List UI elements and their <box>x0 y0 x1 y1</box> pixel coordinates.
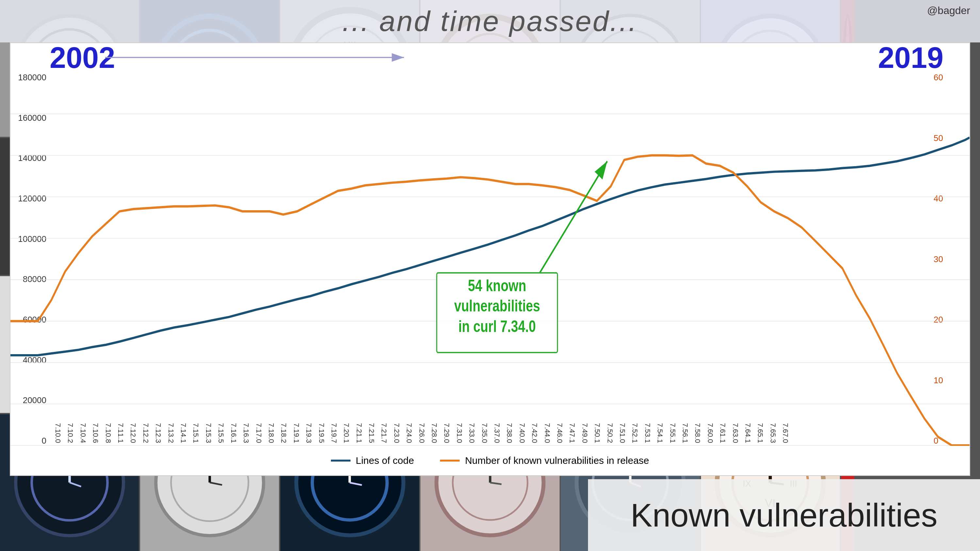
svg-text:7.54.1: 7.54.1 <box>656 423 664 443</box>
svg-text:7.49.0: 7.49.0 <box>581 423 589 443</box>
svg-text:7.21.5: 7.21.5 <box>368 423 375 443</box>
svg-text:7.51.0: 7.51.0 <box>618 423 627 443</box>
year-end-label: 2019 <box>878 41 943 75</box>
svg-text:7.65.3: 7.65.3 <box>769 423 777 443</box>
header-title: ... and time passed... <box>342 5 638 38</box>
svg-text:7.19.5: 7.19.5 <box>318 423 326 443</box>
svg-text:7.15.3: 7.15.3 <box>205 423 213 443</box>
svg-text:7.38.0: 7.38.0 <box>505 423 514 443</box>
main-chart: 2002 2019 180000 160000 140000 120000 10… <box>10 43 970 476</box>
svg-text:7.50.1: 7.50.1 <box>593 423 601 443</box>
svg-text:7.10.2: 7.10.2 <box>66 423 75 443</box>
legend-orange-label: Number of known vulnerabilities in relea… <box>465 455 649 466</box>
svg-text:7.42.0: 7.42.0 <box>530 423 539 443</box>
svg-text:7.46.0: 7.46.0 <box>556 423 564 443</box>
svg-text:7.10.4: 7.10.4 <box>79 423 87 443</box>
svg-text:7.47.1: 7.47.1 <box>568 423 576 443</box>
year-arrow <box>105 53 410 62</box>
svg-text:7.50.2: 7.50.2 <box>606 423 614 443</box>
svg-text:7.18.0: 7.18.0 <box>267 423 275 443</box>
svg-text:7.12.3: 7.12.3 <box>154 423 162 443</box>
svg-text:7.52.1: 7.52.1 <box>631 423 639 443</box>
svg-text:7.13.2: 7.13.2 <box>167 423 175 443</box>
svg-line-131 <box>540 161 607 273</box>
svg-text:7.19.7: 7.19.7 <box>330 423 338 443</box>
svg-text:7.10.6: 7.10.6 <box>91 423 100 443</box>
svg-text:7.18.2: 7.18.2 <box>280 423 288 443</box>
svg-text:7.15.1: 7.15.1 <box>192 423 200 443</box>
svg-text:7.12.2: 7.12.2 <box>142 423 150 443</box>
svg-text:vulnerabilities: vulnerabilities <box>454 297 540 315</box>
year-bar: 2002 2019 <box>50 46 943 69</box>
svg-text:7.20.1: 7.20.1 <box>342 423 350 443</box>
svg-text:7.12.0: 7.12.0 <box>129 423 137 443</box>
svg-text:7.14.1: 7.14.1 <box>179 423 188 443</box>
svg-text:7.28.0: 7.28.0 <box>430 423 438 443</box>
svg-text:7.58.0: 7.58.0 <box>694 423 702 443</box>
legend-line-blue <box>331 460 350 462</box>
legend-item-blue: Lines of code <box>331 455 414 466</box>
bottom-label-box: Known vulnerabilities <box>588 479 980 551</box>
svg-text:7.24.0: 7.24.0 <box>405 423 413 443</box>
svg-text:7.44.0: 7.44.0 <box>543 423 551 443</box>
bottom-label-text: Known vulnerabilities <box>630 497 937 534</box>
svg-text:7.63.0: 7.63.0 <box>732 423 740 443</box>
svg-text:7.56.1: 7.56.1 <box>681 423 689 443</box>
chart-legend: Lines of code Number of known vulnerabil… <box>10 449 970 472</box>
svg-text:7.17.0: 7.17.0 <box>255 423 263 443</box>
chart-svg: 54 known vulnerabilities in curl 7.34.0 <box>10 73 970 446</box>
svg-text:7.35.0: 7.35.0 <box>480 423 489 443</box>
svg-text:7.29.0: 7.29.0 <box>442 423 451 443</box>
svg-text:7.15.5: 7.15.5 <box>217 423 225 443</box>
bottom-overlay: Known vulnerabilities <box>0 476 980 551</box>
svg-text:7.23.0: 7.23.0 <box>393 423 401 443</box>
svg-text:7.16.1: 7.16.1 <box>230 423 238 443</box>
legend-blue-label: Lines of code <box>356 455 414 466</box>
svg-text:7.64.1: 7.64.1 <box>744 423 752 443</box>
twitter-handle: @bagder <box>927 5 970 17</box>
header-banner: ... and time passed... @bagder <box>0 0 980 43</box>
svg-text:7.26.0: 7.26.0 <box>418 423 426 443</box>
svg-text:7.21.1: 7.21.1 <box>355 423 363 443</box>
svg-text:7.19.1: 7.19.1 <box>293 423 301 443</box>
svg-text:7.65.1: 7.65.1 <box>756 423 764 443</box>
svg-text:7.11.1: 7.11.1 <box>117 423 125 443</box>
legend-item-orange: Number of known vulnerabilities in relea… <box>440 455 649 466</box>
svg-text:7.16.3: 7.16.3 <box>242 423 250 443</box>
legend-line-orange <box>440 460 460 462</box>
svg-text:in curl 7.34.0: in curl 7.34.0 <box>458 317 536 335</box>
svg-text:7.60.0: 7.60.0 <box>706 423 714 443</box>
svg-text:7.37.0: 7.37.0 <box>493 423 501 443</box>
svg-text:7.21.7: 7.21.7 <box>380 423 388 443</box>
x-axis-labels: 7.10.0 7.10.2 7.10.4 7.10.6 7.10.8 7.11.… <box>50 416 943 446</box>
svg-text:7.31.0: 7.31.0 <box>455 423 463 443</box>
svg-text:7.33.0: 7.33.0 <box>468 423 476 443</box>
svg-text:7.10.0: 7.10.0 <box>54 423 62 443</box>
x-axis-svg: 7.10.0 7.10.2 7.10.4 7.10.6 7.10.8 7.11.… <box>50 416 943 446</box>
svg-text:54 known: 54 known <box>468 276 526 295</box>
svg-text:7.53.1: 7.53.1 <box>644 423 652 443</box>
svg-text:7.40.0: 7.40.0 <box>518 423 526 443</box>
chart-svg-wrapper: 54 known vulnerabilities in curl 7.34.0 <box>10 73 970 446</box>
svg-text:7.19.3: 7.19.3 <box>305 423 313 443</box>
svg-text:7.55.1: 7.55.1 <box>669 423 677 443</box>
svg-text:7.10.8: 7.10.8 <box>104 423 112 443</box>
svg-text:7.61.1: 7.61.1 <box>719 423 727 443</box>
svg-text:7.67.0: 7.67.0 <box>781 423 789 443</box>
